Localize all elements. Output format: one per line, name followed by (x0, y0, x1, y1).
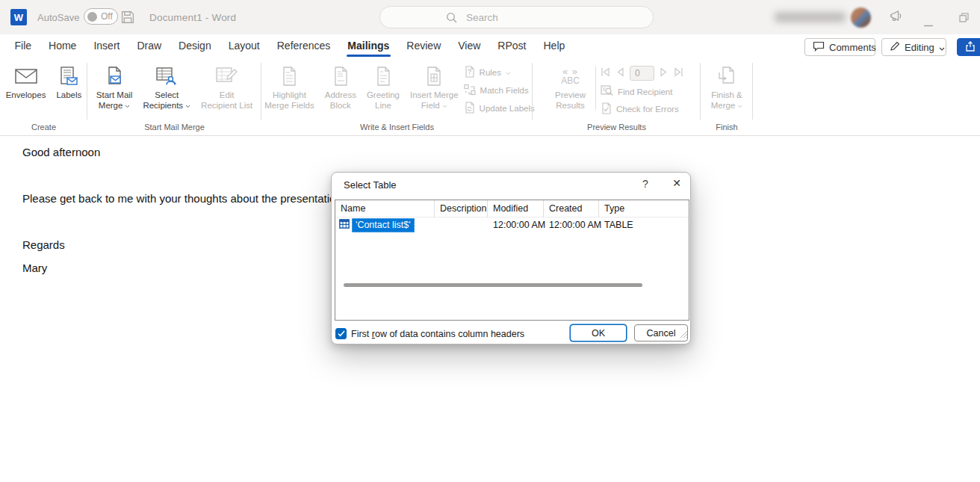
dialog-title: Select Table (344, 179, 397, 191)
find-recipient-button[interactable]: Find Recipient (601, 85, 683, 98)
first-row-headers-checkbox[interactable] (335, 328, 347, 339)
envelopes-label: Envelopes (6, 90, 46, 100)
help-icon[interactable]: ? (639, 178, 651, 190)
preview-chevrons-glyph: « » (562, 67, 578, 76)
tab-draw[interactable]: Draw (128, 34, 170, 58)
document-paragraph: Good afternoon (22, 146, 100, 158)
megaphone-icon[interactable] (889, 10, 903, 25)
tab-layout[interactable]: Layout (220, 34, 268, 58)
greeting-line-button[interactable]: Greeting Line (362, 60, 405, 111)
select-recipients-label-2: Recipients (143, 100, 183, 111)
insert-merge-field-label-2: Field (421, 100, 440, 111)
record-number-field[interactable]: 0 (630, 66, 654, 81)
select-recipients-button[interactable]: Select Recipients (137, 60, 196, 111)
document-title: Document1 - Word (149, 12, 236, 23)
column-header-description[interactable]: Description (435, 200, 488, 217)
group-label-write-insert-fields: Write & Insert Fields (261, 123, 533, 132)
rules-label: Rules (480, 68, 501, 77)
column-header-name[interactable]: Name (335, 200, 435, 217)
select-recipients-icon (156, 63, 177, 90)
check-for-errors-button[interactable]: Check for Errors (601, 102, 683, 115)
tab-home[interactable]: Home (40, 34, 85, 58)
column-header-type[interactable]: Type (599, 200, 689, 217)
checkbox-label-post: ow of data contains column headers (375, 329, 524, 339)
envelopes-button[interactable]: Envelopes (1, 60, 52, 100)
restore-button[interactable] (959, 12, 969, 25)
autosave-toggle[interactable]: Off (84, 8, 118, 25)
document-paragraph: Please get back to me with your thoughts… (22, 192, 345, 205)
tab-review[interactable]: Review (398, 34, 450, 58)
match-fields-icon (464, 84, 476, 97)
rules-button[interactable]: Rules (464, 66, 535, 78)
address-block-icon (332, 63, 349, 90)
insert-merge-field-icon (425, 63, 443, 90)
group-label-start-mail-merge: Start Mail Merge (87, 123, 261, 132)
check-for-errors-label: Check for Errors (616, 105, 679, 114)
ribbon-group-finish: Finish & Merge Finish (701, 58, 753, 135)
insert-merge-field-button[interactable]: Insert Merge Field (405, 60, 464, 111)
update-labels-label: Update Labels (480, 104, 535, 113)
first-record-button[interactable] (601, 67, 610, 80)
minimize-button[interactable] (924, 16, 933, 30)
ok-button[interactable]: OK (570, 324, 627, 342)
document-paragraph: Mary (22, 262, 47, 274)
preview-results-label-1: Preview (555, 90, 586, 100)
tab-file[interactable]: File (6, 34, 40, 58)
labels-label: Labels (56, 90, 81, 100)
envelope-icon (15, 63, 37, 90)
tab-rpost[interactable]: RPost (489, 34, 535, 58)
share-button[interactable]: Share (957, 38, 980, 56)
preview-results-button[interactable]: « » ABC Preview Results (550, 60, 591, 111)
edit-recipient-list-label-1: Edit (220, 90, 235, 100)
title-bar: W AutoSave Off Document1 - Word Search (0, 0, 980, 34)
finish-merge-label-1: Finish & (711, 90, 742, 100)
comment-icon (813, 41, 825, 54)
first-row-headers-label: First row of data contains column header… (351, 329, 524, 339)
tab-references[interactable]: References (268, 34, 339, 58)
avatar[interactable] (851, 7, 871, 28)
match-fields-button[interactable]: Match Fields (464, 84, 535, 96)
cell-created: 12:00:00 AM (544, 220, 599, 230)
chevron-down-icon (506, 68, 511, 77)
select-table-dialog: Select Table ? ✕ Name Description Modifi… (331, 172, 691, 344)
cell-modified: 12:00:00 AM (488, 220, 544, 230)
close-icon[interactable]: ✕ (669, 177, 684, 189)
address-block-button[interactable]: Address Block (320, 60, 362, 111)
last-record-button[interactable] (674, 67, 683, 80)
start-mail-merge-button[interactable]: Start Mail Merge (91, 60, 138, 111)
save-icon[interactable] (121, 10, 134, 27)
word-logo-icon[interactable]: W (10, 9, 27, 25)
labels-button[interactable]: Labels (51, 60, 87, 100)
rules-icon (464, 66, 475, 79)
horizontal-scrollbar-thumb[interactable] (344, 283, 642, 287)
ribbon-group-write-insert-fields: Highlight Merge Fields Address Block Gre… (261, 58, 533, 135)
tab-insert[interactable]: Insert (85, 34, 128, 58)
tab-help[interactable]: Help (535, 34, 574, 58)
next-record-button[interactable] (660, 67, 669, 80)
ribbon: Envelopes Labels Create Start Mail Merge (0, 58, 980, 136)
tab-view[interactable]: View (450, 34, 489, 58)
editing-label: Editing (905, 42, 934, 53)
search-input[interactable]: Search (379, 6, 654, 28)
highlight-merge-fields-button[interactable]: Highlight Merge Fields (259, 60, 319, 111)
match-fields-label: Match Fields (480, 86, 529, 95)
table-row-contact-list[interactable]: 'Contact list$' 12:00:00 AM 12:00:00 AM … (335, 217, 689, 232)
update-labels-button[interactable]: Update Labels (464, 102, 535, 114)
resize-grip[interactable] (680, 328, 688, 342)
table-list-header: Name Description Modified Created Type (335, 200, 689, 217)
preview-results-label-2: Results (556, 100, 584, 111)
comments-button[interactable]: Comments (804, 38, 875, 56)
editing-mode-button[interactable]: Editing (881, 38, 946, 56)
insert-merge-field-label-1: Insert Merge (410, 90, 459, 100)
finish-and-merge-button[interactable]: Finish & Merge (706, 60, 748, 111)
edit-recipient-list-button[interactable]: Edit Recipient List (196, 60, 258, 111)
tab-mailings[interactable]: Mailings (339, 34, 398, 58)
search-icon (446, 12, 457, 23)
column-header-created[interactable]: Created (544, 200, 599, 217)
search-placeholder: Search (466, 12, 498, 23)
toggle-knob (87, 12, 97, 22)
previous-record-button[interactable] (615, 67, 624, 80)
labels-icon (59, 63, 78, 90)
tab-design[interactable]: Design (170, 34, 220, 58)
column-header-modified[interactable]: Modified (488, 200, 544, 217)
